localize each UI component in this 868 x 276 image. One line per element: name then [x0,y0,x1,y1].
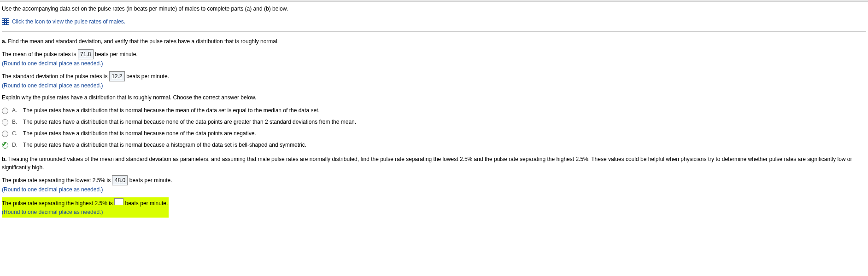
option-a[interactable]: A. The pulse rates have a distribution t… [2,105,866,117]
low-post: beats per minute. [129,177,172,184]
part-a-prefix: a. [2,38,6,45]
option-text: The pulse rates have a distribution that… [23,119,866,125]
mean-line: The mean of the pulse rates is 71.8 beat… [2,49,866,68]
option-d[interactable]: D. The pulse rates have a distribution t… [2,140,866,151]
mean-post: beats per minute. [95,51,138,58]
option-letter: D. [12,142,19,148]
option-letter: A. [12,107,19,114]
low-pre: The pulse rate separating the lowest 2.5… [2,177,111,184]
high-input[interactable] [114,198,123,205]
mean-input[interactable]: 71.8 [78,49,94,59]
high-line-highlight: The pulse rate separating the highest 2.… [2,197,169,218]
question-intro: Use the accompanying data set on the pul… [2,6,866,12]
radio-icon-selected [2,142,8,149]
radio-icon [2,131,8,137]
part-b-prompt: b. Treating the unrounded values of the … [2,155,866,172]
option-letter: B. [12,119,19,125]
option-text: The pulse rates have a distribution that… [23,142,866,148]
part-a-text: Find the mean and standard deviation, an… [8,38,279,45]
low-input[interactable]: 48.0 [112,175,128,185]
part-b-text: Treating the unrounded values of the mea… [2,156,852,171]
table-icon [2,18,9,25]
radio-icon [2,108,8,114]
std-input[interactable]: 12.2 [109,71,125,81]
part-b-prefix: b. [2,156,7,162]
option-letter: C. [12,130,19,137]
option-b[interactable]: B. The pulse rates have a distribution t… [2,117,866,128]
part-a-prompt: a. Find the mean and standard deviation,… [2,37,866,46]
data-link-text: Click the icon to view the pulse rates o… [12,18,125,25]
high-post: beats per minute. [125,200,168,207]
std-hint: (Round to one decimal place as needed.) [2,82,103,89]
option-text: The pulse rates have a distribution that… [23,130,866,137]
mean-hint: (Round to one decimal place as needed.) [2,60,103,67]
low-hint: (Round to one decimal place as needed.) [2,186,103,193]
high-pre: The pulse rate separating the highest 2.… [2,200,113,207]
explain-prompt: Explain why the pulse rates have a distr… [2,93,866,102]
std-line: The standard deviation of the pulse rate… [2,71,866,90]
data-link-row[interactable]: Click the icon to view the pulse rates o… [2,18,866,25]
option-c[interactable]: C. The pulse rates have a distribution t… [2,128,866,140]
std-pre: The standard deviation of the pulse rate… [2,73,107,80]
radio-icon [2,119,8,126]
options-group: A. The pulse rates have a distribution t… [2,105,866,151]
high-hint: (Round to one decimal place as needed.) [2,209,103,215]
option-text: The pulse rates have a distribution that… [23,107,866,114]
mean-pre: The mean of the pulse rates is [2,51,76,58]
low-line: The pulse rate separating the lowest 2.5… [2,175,866,194]
std-post: beats per minute. [126,73,169,80]
